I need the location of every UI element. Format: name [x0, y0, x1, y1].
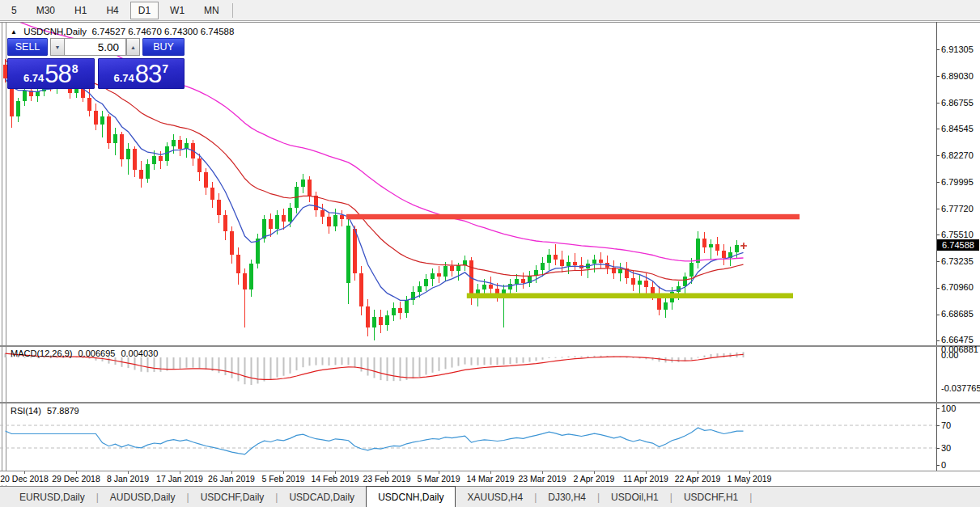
- price-axis-label: 6.89030: [941, 71, 974, 81]
- toolbar-separator: [232, 3, 233, 18]
- chevron-up-icon: ▲: [130, 44, 136, 50]
- chart-tab-dj30-h4[interactable]: DJ30,H4: [537, 487, 597, 507]
- date-axis-label: 26 Jan 2019: [208, 474, 255, 484]
- date-axis-label: 5 Feb 2019: [261, 474, 304, 484]
- price-axis-tick: [936, 129, 940, 129]
- sell-price-big: 58: [45, 62, 70, 87]
- price-axis-label: 6.84545: [941, 124, 974, 133]
- rsi-axis-label: 100: [941, 403, 956, 413]
- date-axis-label: 22 Apr 2019: [675, 474, 721, 484]
- timeframe-toolbar: 5M30H1H4D1W1MN: [0, 0, 980, 21]
- date-axis-label: 1 May 2019: [728, 474, 772, 484]
- macd-label: MACD(12,26,9): [11, 349, 72, 358]
- date-axis-label: 23 Mar 2019: [519, 474, 566, 484]
- chart-tab-xauusd-h4[interactable]: XAUUSD,H4: [456, 487, 534, 507]
- rsi-label: RSI(14): [11, 406, 41, 416]
- price-axis-tick: [936, 155, 940, 156]
- timeframe-button-m30[interactable]: M30: [28, 2, 63, 19]
- date-axis-label: 8 Jan 2019: [107, 474, 149, 484]
- rsi-axis-tick: [936, 425, 940, 426]
- price-axis-tick: [936, 234, 940, 235]
- chart-header: ▲ USDCNH,Daily 6.74527 6.74670 6.74300 6…: [11, 27, 234, 36]
- price-axis-label: 6.73235: [941, 256, 974, 266]
- price-axis-tick: [936, 288, 940, 289]
- chevron-down-icon: ▼: [55, 44, 61, 50]
- chart-tab-bar: EURUSD,Daily|AUDUSD,Daily|USDCHF,Daily|U…: [0, 486, 980, 507]
- chart-symbol-label: USDCNH,Daily: [23, 27, 87, 36]
- price-axis-tick: [936, 261, 940, 262]
- sell-quote-button[interactable]: 6.74 58 8: [7, 58, 95, 89]
- price-axis-label: 6.70960: [941, 282, 974, 292]
- collapse-triangle-icon[interactable]: ▲: [11, 28, 17, 36]
- chart-tab-audusd-daily[interactable]: AUDUSD,Daily: [99, 487, 187, 507]
- price-axis-tick: [936, 315, 940, 315]
- macd-signal-value: 0.004030: [121, 349, 158, 358]
- date-axis-label: 17 Jan 2019: [156, 474, 203, 484]
- price-axis-tick: [936, 209, 940, 209]
- date-axis-label: 11 Apr 2019: [623, 474, 668, 484]
- chart-tab-usdchf-h1[interactable]: USDCHF,H1: [672, 487, 749, 507]
- price-axis-tick: [936, 49, 940, 50]
- price-axis-label: 6.75510: [941, 230, 974, 239]
- price-axis-label: 6.91305: [941, 44, 974, 54]
- date-axis-label: 2 Apr 2019: [574, 474, 615, 484]
- price-axis-tick: [936, 103, 940, 104]
- rsi-indicator-chart[interactable]: [0, 403, 936, 471]
- price-axis-tick: [936, 76, 940, 77]
- date-axis-label: 23 Feb 2019: [363, 474, 411, 484]
- timeframe-button-d1[interactable]: D1: [130, 2, 159, 19]
- rsi-axis-tick: [936, 465, 940, 466]
- sell-button[interactable]: SELL: [7, 38, 48, 56]
- price-axis-label: 6.82270: [941, 150, 974, 160]
- macd-axis-label: 0.00: [941, 350, 958, 360]
- price-axis-label: 6.79995: [941, 177, 974, 187]
- current-price-tag: 6.74588: [937, 239, 979, 251]
- tab-separator: |: [749, 487, 752, 507]
- date-axis-label: 20 Dec 2018: [0, 474, 49, 484]
- chart-tab-usdchf-daily[interactable]: USDCHF,Daily: [189, 487, 276, 507]
- price-axis-tick: [936, 340, 940, 341]
- buy-price-prefix: 6.74: [113, 72, 134, 84]
- one-click-trade-widget: SELL ▼ 5.00 ▲ BUY 6.74 58 8 6.74 83 7: [7, 38, 185, 89]
- chart-tab-usdoil-h1[interactable]: USDOil,H1: [600, 487, 670, 507]
- volume-increase-button[interactable]: ▲: [126, 38, 140, 56]
- date-axis: 20 Dec 201829 Dec 20188 Jan 201917 Jan 2…: [0, 471, 980, 485]
- timeframe-button-mn[interactable]: MN: [196, 2, 227, 19]
- timeframe-button-h1[interactable]: H1: [66, 2, 95, 19]
- price-axis-label: 6.86755: [941, 98, 974, 108]
- date-axis-label: 29 Dec 2018: [52, 474, 100, 484]
- price-axis-label: 6.66475: [941, 335, 974, 344]
- rsi-axis-label: 70: [941, 420, 951, 430]
- price-axis-label: 6.77720: [941, 204, 974, 213]
- buy-button[interactable]: BUY: [142, 38, 185, 56]
- buy-price-big: 83: [135, 62, 161, 87]
- price-axis-label: 6.68685: [941, 309, 974, 319]
- timeframe-button-w1[interactable]: W1: [162, 2, 193, 19]
- timeframe-button-5[interactable]: 5: [3, 2, 25, 19]
- rsi-axis-label: 0: [941, 460, 946, 470]
- chart-tab-usdcad-daily[interactable]: USDCAD,Daily: [278, 487, 366, 507]
- date-axis-label: 5 Mar 2019: [417, 474, 460, 484]
- rsi-axis-tick: [936, 448, 940, 449]
- buy-quote-button[interactable]: 6.74 83 7: [98, 58, 185, 89]
- date-axis-label: 14 Mar 2019: [467, 474, 515, 484]
- chart-tab-eurusd-daily[interactable]: EURUSD,Daily: [8, 487, 96, 507]
- buy-price-pip: 7: [162, 62, 168, 75]
- rsi-axis-tick: [936, 408, 940, 409]
- macd-main-value: 0.006695: [78, 349, 115, 358]
- macd-axis-label: -0.037765: [941, 383, 980, 393]
- rsi-value: 57.8879: [47, 406, 79, 416]
- volume-input[interactable]: 5.00: [64, 38, 126, 56]
- chart-ohlc-values: 6.74527 6.74670 6.74300 6.74588: [91, 27, 234, 36]
- trading-terminal: 5M30H1H4D1W1MN ▲ USDCNH,Daily 6.74527 6.…: [0, 0, 980, 507]
- rsi-axis-label: 30: [941, 443, 951, 453]
- date-axis-label: 14 Feb 2019: [312, 474, 359, 484]
- price-axis-tick: [936, 182, 940, 183]
- macd-header: MACD(12,26,9) 0.006695 0.004030: [11, 349, 161, 358]
- timeframe-button-h4[interactable]: H4: [98, 2, 126, 19]
- sell-price-pip: 8: [72, 62, 78, 75]
- chart-tab-usdcnh-daily[interactable]: USDCNH,Daily: [366, 486, 456, 507]
- rsi-header: RSI(14) 57.8879: [11, 406, 83, 416]
- volume-decrease-button[interactable]: ▼: [50, 38, 64, 56]
- sell-price-prefix: 6.74: [23, 72, 44, 84]
